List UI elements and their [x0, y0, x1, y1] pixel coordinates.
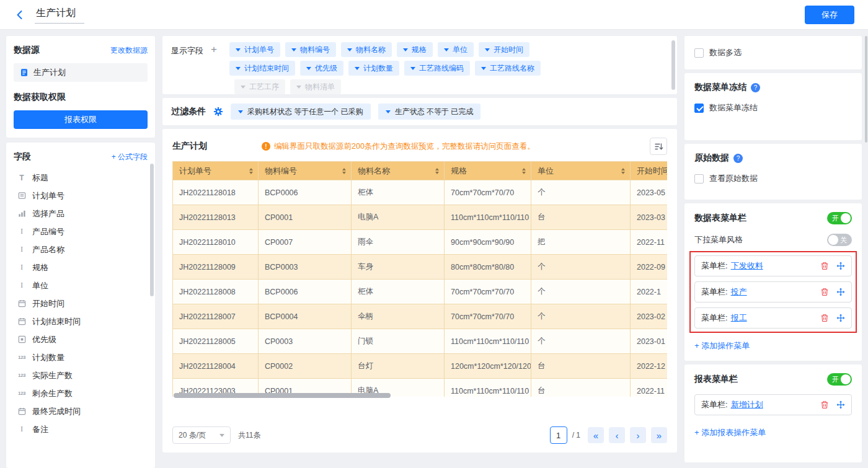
table-row[interactable]: JH20221128010CP0007雨伞90cm*90cm*90/90把202…	[173, 230, 668, 255]
datasource-item[interactable]: 生产计划	[14, 63, 148, 82]
field-item[interactable]: I单位	[14, 276, 148, 294]
fields-scrollbar[interactable]	[150, 164, 154, 296]
page-scrollbar[interactable]	[865, 36, 867, 143]
table-cell: CP0003	[259, 329, 352, 354]
help-icon[interactable]: ?	[751, 83, 760, 92]
menu-item-link[interactable]: 报工	[731, 312, 747, 324]
table-menu-toggle[interactable]: 开	[827, 212, 852, 224]
sort-carets-icon[interactable]	[249, 166, 253, 176]
panel-scrollbar[interactable]	[671, 40, 675, 90]
first-page-button[interactable]: «	[588, 427, 604, 443]
display-field-chip[interactable]: 计划数量	[348, 61, 399, 76]
trash-icon[interactable]	[820, 400, 829, 409]
sort-carets-icon[interactable]	[342, 166, 346, 176]
menu-item-link[interactable]: 投产	[731, 286, 747, 298]
field-item[interactable]: 123实际生产数	[14, 366, 148, 384]
page-number-input[interactable]: 1	[550, 426, 567, 444]
menu-item-link[interactable]: 下发收料	[731, 260, 763, 272]
field-item[interactable]: 计划结束时间	[14, 312, 148, 330]
chevron-down-icon	[410, 67, 415, 70]
sort-carets-icon[interactable]	[435, 166, 439, 176]
display-field-chip[interactable]: 工艺路线名称	[475, 61, 541, 76]
add-report-menu-link[interactable]: + 添加报表操作菜单	[694, 427, 766, 438]
sort-carets-icon[interactable]	[621, 166, 625, 176]
field-item[interactable]: I规格	[14, 258, 148, 276]
formula-field-link[interactable]: + 公式字段	[112, 152, 148, 162]
table-row[interactable]: JH20221128009BCP0003车身80cm*80cm*80/80个20…	[173, 255, 668, 280]
move-icon[interactable]	[836, 400, 845, 409]
help-icon[interactable]: ?	[733, 154, 743, 163]
display-field-chip[interactable]: 计划结束时间	[229, 61, 295, 76]
dropdown-style-toggle[interactable]: 关	[827, 234, 852, 246]
field-item[interactable]: I产品编号	[14, 223, 148, 241]
field-item[interactable]: 123计划数量	[14, 348, 148, 366]
menu-item[interactable]: 菜单栏: 下发收料	[694, 255, 852, 276]
text-field-icon: I	[17, 281, 27, 290]
table-row[interactable]: JH20221128005CP0003门锁110cm*110cm*110/110…	[173, 329, 668, 354]
trash-icon[interactable]	[820, 314, 829, 322]
table-cell: 把	[531, 230, 631, 255]
table-cell: CP0001	[259, 205, 352, 230]
raw-data-checkbox[interactable]	[694, 174, 704, 183]
display-field-chip[interactable]: 规格	[397, 42, 433, 57]
field-item[interactable]: T标题	[14, 169, 148, 187]
menu-item[interactable]: 菜单栏: 报工	[694, 307, 852, 329]
table-row[interactable]: JH20221128004CP0002台灯120cm*120cm*120/120…	[173, 354, 668, 379]
change-datasource-link[interactable]: 更改数据源	[110, 45, 148, 56]
table-row[interactable]: JH20221128018BCP0006柜体70cm*70cm*70/70个20…	[173, 180, 668, 205]
display-field-chip[interactable]: 物料名称	[341, 42, 392, 57]
filter-condition-chip[interactable]: 采购耗材状态 等于任意一个 已采购	[231, 104, 371, 120]
trash-icon[interactable]	[820, 288, 829, 296]
field-item[interactable]: 计划单号	[14, 187, 148, 205]
display-field-chip[interactable]: 优先级	[300, 61, 343, 76]
field-item[interactable]: 123剩余生产数	[14, 384, 148, 402]
field-item[interactable]: 开始时间	[14, 294, 148, 312]
field-item[interactable]: I备注	[14, 420, 148, 438]
move-icon[interactable]	[836, 288, 845, 296]
add-display-field-button[interactable]: +	[211, 45, 217, 54]
filter-condition-chip[interactable]: 生产状态 不等于 已完成	[378, 104, 481, 120]
page-size-select[interactable]: 20 条/页	[172, 426, 231, 444]
report-menu-toggle[interactable]: 开	[827, 373, 852, 386]
field-item[interactable]: 最终完成时间	[14, 402, 148, 420]
column-header[interactable]: 单位	[531, 162, 631, 180]
datasource-name: 生产计划	[33, 67, 66, 78]
table-row[interactable]: JH20221128013CP0001电脑A110cm*110cm*110/11…	[173, 205, 668, 230]
move-icon[interactable]	[836, 314, 845, 322]
menu-item-link[interactable]: 新增计划	[731, 399, 763, 410]
column-header[interactable]: 计划单号	[173, 162, 259, 180]
freeze-checkbox[interactable]	[694, 104, 704, 113]
column-header[interactable]: 开始时间	[631, 162, 668, 180]
column-header[interactable]: 规格	[445, 162, 531, 180]
field-item[interactable]: 优先级	[14, 330, 148, 348]
gear-icon[interactable]	[213, 107, 223, 117]
table-row[interactable]: JH20221128007BCP0004伞柄70cm*70cm*70/70个20…	[173, 304, 668, 329]
last-page-button[interactable]: »	[651, 427, 667, 443]
sort-order-button[interactable]	[650, 138, 667, 155]
display-field-chip[interactable]: 物料编号	[285, 42, 336, 57]
table-row[interactable]: JH20221128008BCP0006柜体70cm*70cm*70/70个20…	[173, 280, 668, 304]
field-item[interactable]: 选择产品	[14, 205, 148, 223]
menu-item[interactable]: 菜单栏: 新增计划	[694, 394, 852, 415]
add-menu-link[interactable]: + 添加操作菜单	[694, 340, 750, 351]
report-permission-button[interactable]: 报表权限	[14, 110, 148, 129]
scrollbar-thumb[interactable]	[174, 393, 391, 398]
column-header[interactable]: 物料名称	[352, 162, 445, 180]
save-button[interactable]: 保存	[805, 6, 854, 24]
prev-page-button[interactable]: ‹	[609, 427, 625, 443]
menu-item-prefix: 菜单栏:	[701, 286, 728, 298]
column-header[interactable]: 物料编号	[259, 162, 352, 180]
back-button[interactable]	[12, 7, 27, 22]
display-field-chip[interactable]: 计划单号	[229, 42, 280, 57]
trash-icon[interactable]	[820, 262, 829, 270]
display-field-chip[interactable]: 工艺路线编码	[404, 61, 470, 76]
move-icon[interactable]	[836, 262, 845, 270]
multi-select-checkbox[interactable]	[694, 48, 704, 58]
horizontal-scrollbar[interactable]	[172, 393, 667, 398]
next-page-button[interactable]: ›	[630, 427, 646, 443]
sort-carets-icon[interactable]	[522, 166, 526, 176]
display-field-chip[interactable]: 开始时间	[479, 42, 529, 57]
display-field-chip[interactable]: 单位	[438, 42, 474, 57]
field-item[interactable]: I产品名称	[14, 241, 148, 258]
menu-item[interactable]: 菜单栏: 投产	[694, 281, 852, 302]
